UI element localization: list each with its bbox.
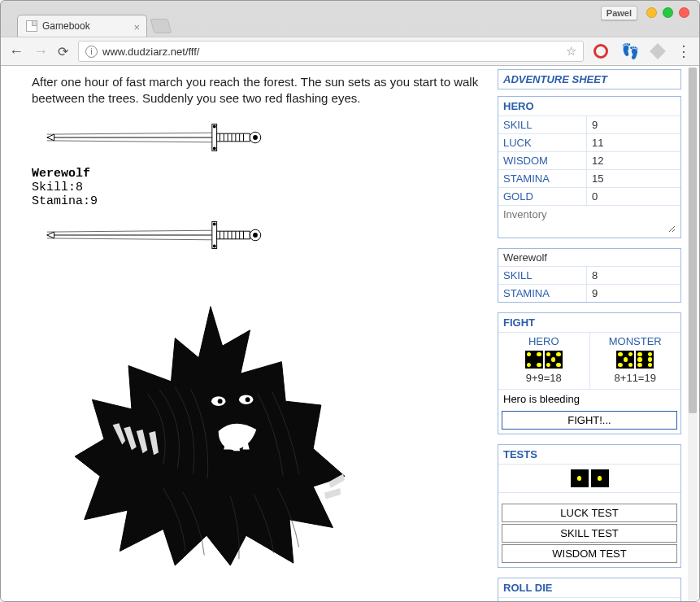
monster-dice — [590, 349, 681, 370]
fight-monster-label: MONSTER — [590, 335, 681, 347]
monster-fight-sum: 8+11=19 — [590, 370, 681, 386]
gnome-icon[interactable]: 👣 — [621, 42, 639, 60]
tab-title: Gamebook — [42, 20, 90, 32]
tests-panel: TESTS LUCK TEST SKILL TEST WISDOM TEST — [498, 444, 681, 568]
user-badge[interactable]: Pawel — [601, 6, 637, 20]
svg-point-15 — [213, 146, 216, 150]
svg-point-30 — [213, 222, 216, 225]
wisdom-test-button[interactable]: WISDOM TEST — [502, 544, 677, 563]
fight-hero-label: HERO — [498, 335, 589, 347]
hero-heading: HERO — [498, 97, 680, 116]
stat-label: STAMINA — [498, 170, 586, 187]
enemy-skill-line: Skill:8 — [32, 181, 480, 194]
inventory-input[interactable] — [503, 208, 676, 233]
stat-label: SKILL — [498, 116, 586, 133]
werewolf-illustration — [48, 299, 480, 569]
chrome-menu-icon[interactable]: ⋮ — [676, 42, 691, 60]
adventure-sheet-column: ADVENTURE SHEET HERO SKILL9 LUCK11 WISDO… — [496, 66, 685, 602]
site-info-icon[interactable]: i — [85, 46, 98, 58]
stat-value: 15 — [586, 170, 680, 187]
svg-line-1 — [47, 133, 212, 134]
hero-panel: HERO SKILL9 LUCK11 WISDOM12 STAMINA15 GO… — [498, 96, 681, 238]
stat-value: 0 — [586, 188, 680, 205]
svg-line-17 — [47, 230, 212, 232]
url-bar[interactable]: i www.dudziarz.net/fff/ ☆ — [78, 41, 584, 62]
svg-point-14 — [213, 124, 216, 128]
tab-close-icon[interactable]: × — [133, 21, 140, 33]
skill-test-button[interactable]: SKILL TEST — [502, 524, 677, 543]
roll-dice — [498, 597, 680, 602]
stat-label: LUCK — [498, 134, 586, 151]
fight-status: Hero is bleeding — [498, 389, 680, 408]
stat-label: WISDOM — [498, 152, 586, 169]
hero-fight-sum: 9+9=18 — [498, 370, 589, 386]
svg-line-18 — [47, 238, 212, 239]
enemy-name: Werewolf — [32, 167, 480, 181]
fight-heading: FIGHT — [498, 313, 680, 332]
svg-rect-4 — [217, 133, 250, 142]
tests-heading: TESTS — [498, 445, 680, 464]
svg-point-13 — [253, 135, 258, 140]
new-tab-button[interactable] — [150, 19, 172, 33]
scrollbar[interactable] — [688, 68, 698, 601]
sword-divider — [43, 117, 480, 160]
stat-value: 12 — [586, 152, 680, 169]
svg-point-29 — [253, 233, 258, 238]
maximize-dot[interactable] — [663, 7, 673, 18]
svg-point-31 — [213, 244, 216, 247]
svg-point-34 — [218, 399, 223, 404]
enemy-stamina-line: Stamina:9 — [32, 194, 480, 208]
hero-dice — [498, 349, 589, 370]
svg-rect-19 — [212, 221, 217, 248]
sheet-title: ADVENTURE SHEET — [498, 69, 681, 89]
sword-divider — [43, 215, 480, 258]
reload-icon[interactable]: ⟳ — [58, 44, 68, 59]
fight-panel: FIGHT HERO 9+9=18 MONSTER 8+11=19 Hero i… — [498, 312, 681, 434]
stat-value: 9 — [586, 285, 680, 302]
story-column: After one hour of fast march you reach t… — [1, 66, 496, 602]
roll-panel: ROLL DIE ROLL ONE DIE ROLL TWO DICE — [498, 578, 681, 602]
stat-label: SKILL — [498, 267, 586, 284]
bookmark-star-icon[interactable]: ☆ — [566, 44, 576, 59]
monster-name: Werewolf — [498, 249, 680, 266]
browser-tab[interactable]: Gamebook × — [17, 15, 147, 37]
stat-value: 8 — [586, 267, 680, 284]
svg-line-2 — [47, 140, 212, 142]
opera-extension-icon[interactable] — [593, 44, 608, 59]
fight-button[interactable]: FIGHT!... — [502, 411, 677, 430]
url-text: www.dudziarz.net/fff/ — [102, 46, 199, 58]
stat-label: STAMINA — [498, 285, 586, 302]
stat-value: 11 — [586, 134, 680, 151]
page-icon — [26, 20, 37, 32]
enemy-stats-block: Werewolf Skill:8 Stamina:9 — [32, 167, 480, 208]
roll-heading: ROLL DIE — [498, 578, 680, 597]
monster-panel: Werewolf SKILL8 STAMINA9 — [498, 248, 681, 303]
scrollbar-thumb[interactable] — [689, 68, 697, 413]
luck-test-button[interactable]: LUCK TEST — [502, 504, 677, 522]
close-dot[interactable] — [679, 7, 689, 18]
svg-point-35 — [246, 397, 250, 402]
forward-arrow-icon: → — [33, 43, 48, 60]
tests-dice — [498, 464, 680, 492]
svg-rect-20 — [217, 231, 250, 239]
back-arrow-icon[interactable]: ← — [9, 43, 24, 60]
minimize-dot[interactable] — [646, 7, 657, 18]
story-paragraph: After one hour of fast march you reach t… — [32, 74, 480, 107]
svg-rect-3 — [212, 124, 217, 150]
dropbox-icon[interactable] — [650, 43, 666, 59]
stat-value: 9 — [586, 116, 680, 133]
stat-label: GOLD — [498, 188, 586, 205]
